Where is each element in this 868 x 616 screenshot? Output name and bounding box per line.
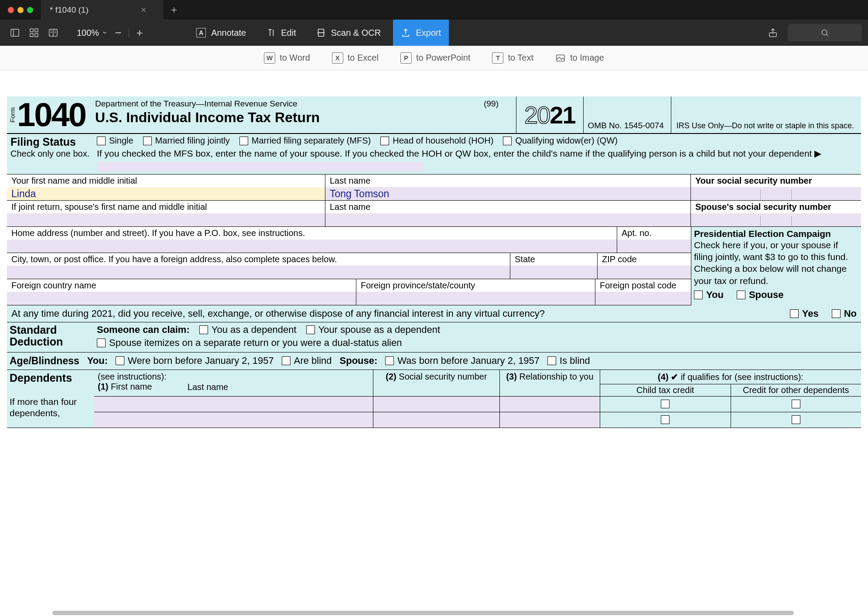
crypto-question: At any time during 2021, did you receive…	[11, 308, 777, 319]
ssn-label: Your social security number	[691, 175, 861, 187]
filing-hoh[interactable]: Head of household (HOH)	[380, 136, 493, 146]
dep-row-2-ctc[interactable]	[600, 412, 731, 428]
export-to-powerpoint[interactable]: Pto PowerPoint	[400, 52, 471, 64]
export-button[interactable]: Export	[393, 20, 449, 46]
spouse-last-input[interactable]	[325, 213, 690, 226]
state-input[interactable]	[510, 266, 597, 279]
export-to-excel[interactable]: Xto Excel	[332, 52, 379, 64]
spouse-as-dependent[interactable]: Your spouse as a dependent	[306, 324, 440, 335]
dep-row-2-other[interactable]	[731, 412, 861, 428]
spouse-itemizes[interactable]: Spouse itemizes on a separate return or …	[97, 337, 402, 349]
dep-row-2-ssn[interactable]	[373, 412, 500, 428]
filing-single[interactable]: Single	[97, 136, 133, 146]
last-name-input[interactable]: Tong Tomson	[325, 187, 690, 200]
ssn-input[interactable]	[691, 187, 861, 200]
filing-mfs[interactable]: Married filing separately (MFS)	[239, 136, 371, 146]
first-name-label: Your first name and middle initial	[7, 175, 325, 187]
dep-row-2-name[interactable]	[94, 412, 373, 428]
zoom-out-button[interactable]: −	[110, 26, 126, 40]
svg-rect-2	[30, 29, 33, 32]
scan-ocr-button[interactable]: Scan & OCR	[308, 20, 389, 46]
new-tab-button[interactable]: +	[163, 4, 185, 16]
image-icon	[555, 53, 566, 63]
word-icon: W	[264, 52, 275, 64]
dep-row-1-rel[interactable]	[500, 397, 600, 412]
document-viewport[interactable]: Form 1040 Department of the Treasury—Int…	[0, 70, 868, 616]
apt-label: Apt. no.	[617, 227, 691, 240]
svg-rect-3	[35, 29, 38, 32]
dep-last-name-header: Last name	[188, 382, 228, 392]
spouse-ssn-input[interactable]	[691, 213, 861, 226]
dep-qualifies-header: if qualifies for (see instructions):	[681, 372, 803, 382]
document-tab[interactable]: * f1040 (1) ×	[41, 0, 163, 20]
zip-input[interactable]	[598, 266, 691, 279]
spouse-ssn-label: Spouse's social security number	[691, 201, 861, 213]
foreign-country-label: Foreign country name	[7, 279, 356, 292]
zoom-in-button[interactable]: +	[132, 26, 147, 40]
dep-row-2-rel[interactable]	[500, 412, 600, 428]
city-input[interactable]	[7, 266, 510, 279]
window-minimize[interactable]	[17, 7, 24, 13]
edit-button[interactable]: Edit	[258, 20, 304, 46]
reader-view-icon[interactable]	[44, 24, 62, 41]
irs-use-only: IRS Use Only—Do not write or staple in t…	[671, 96, 861, 133]
window-close[interactable]	[8, 7, 14, 13]
presidential-spouse[interactable]: Spouse	[737, 289, 783, 301]
annotate-button[interactable]: A Annotate	[188, 20, 254, 46]
standard-deduction-title: Standard Deduction	[7, 322, 94, 352]
foreign-country-input[interactable]	[7, 292, 356, 305]
sidebar-toggle-icon[interactable]	[6, 24, 24, 41]
foreign-province-input[interactable]	[356, 292, 595, 305]
dep-row-1-name[interactable]	[94, 397, 373, 412]
crypto-no[interactable]: No	[832, 308, 857, 319]
you-blind[interactable]: Are blind	[282, 355, 332, 366]
spouse-first-input[interactable]	[7, 213, 325, 226]
export-icon	[401, 28, 410, 38]
dep-row-1-other[interactable]	[731, 397, 861, 412]
tax-year: 2021	[516, 96, 584, 133]
code-99: (99)	[484, 99, 499, 109]
close-tab-icon[interactable]: ×	[141, 4, 147, 16]
omb-number: OMB No. 1545-0074	[584, 96, 671, 133]
presidential-you[interactable]: You	[694, 289, 724, 301]
spouse-first-label: If joint return, spouse's first name and…	[7, 201, 325, 213]
dep-row-1-ctc[interactable]	[600, 397, 731, 412]
ppt-icon: P	[400, 52, 412, 64]
you-born-before[interactable]: Were born before January 2, 1957	[116, 355, 274, 366]
export-to-text[interactable]: Tto Text	[492, 52, 533, 64]
age-blindness-title: Age/Blindness	[10, 355, 79, 367]
foreign-province-label: Foreign province/state/county	[356, 279, 595, 292]
thumbnails-icon[interactable]	[25, 24, 43, 41]
someone-can-claim: Someone can claim:	[97, 324, 190, 335]
text-icon: T	[492, 52, 503, 64]
foreign-postal-input[interactable]	[595, 292, 691, 305]
share-icon[interactable]	[764, 24, 782, 41]
svg-point-18	[822, 30, 827, 35]
excel-icon: X	[332, 52, 343, 64]
spouse-blind[interactable]: Is blind	[547, 355, 590, 366]
spouse-born-before[interactable]: Was born before January 2, 1957	[385, 355, 540, 366]
search-button[interactable]	[788, 24, 862, 41]
spouse-last-label: Last name	[325, 201, 690, 213]
filing-qw[interactable]: Qualifying widow(er) (QW)	[503, 136, 617, 146]
presidential-title: Presidential Election Campaign	[694, 229, 858, 239]
zoom-dropdown[interactable]: 100%	[77, 28, 108, 38]
dep-relationship-header: Relationship to you	[519, 372, 593, 381]
export-to-image[interactable]: to Image	[555, 53, 604, 63]
filing-name-input[interactable]	[97, 162, 424, 171]
dep-row-1-ssn[interactable]	[373, 397, 500, 412]
filing-mfj[interactable]: Married filing jointly	[143, 136, 230, 146]
you-as-dependent[interactable]: You as a dependent	[199, 324, 297, 335]
svg-rect-4	[30, 34, 33, 37]
foreign-postal-label: Foreign postal code	[595, 279, 691, 292]
home-addr-input[interactable]	[7, 240, 617, 253]
dep-more-text: If more than four dependents,	[10, 396, 92, 419]
export-to-word[interactable]: Wto Word	[264, 52, 310, 64]
crypto-yes[interactable]: Yes	[790, 308, 819, 319]
window-maximize[interactable]	[27, 7, 33, 13]
dependents-title: Dependents	[10, 372, 72, 384]
first-name-input[interactable]: Linda	[7, 187, 325, 200]
horizontal-scrollbar[interactable]	[0, 610, 868, 616]
apt-input[interactable]	[617, 240, 691, 253]
chevron-down-icon	[102, 30, 108, 36]
